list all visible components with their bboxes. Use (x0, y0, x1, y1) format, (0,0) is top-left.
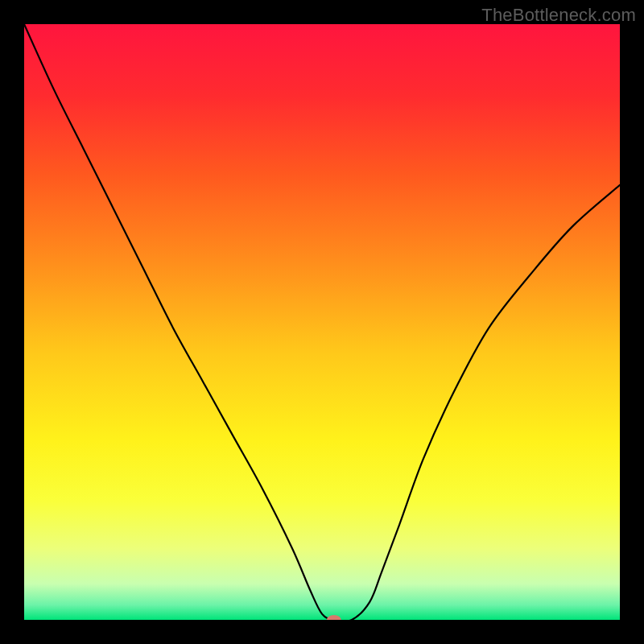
gradient-background (24, 24, 620, 620)
watermark-text: TheBottleneck.com (481, 5, 636, 26)
plot-area (24, 24, 620, 620)
bottleneck-chart (24, 24, 620, 620)
chart-frame: TheBottleneck.com (0, 0, 644, 644)
